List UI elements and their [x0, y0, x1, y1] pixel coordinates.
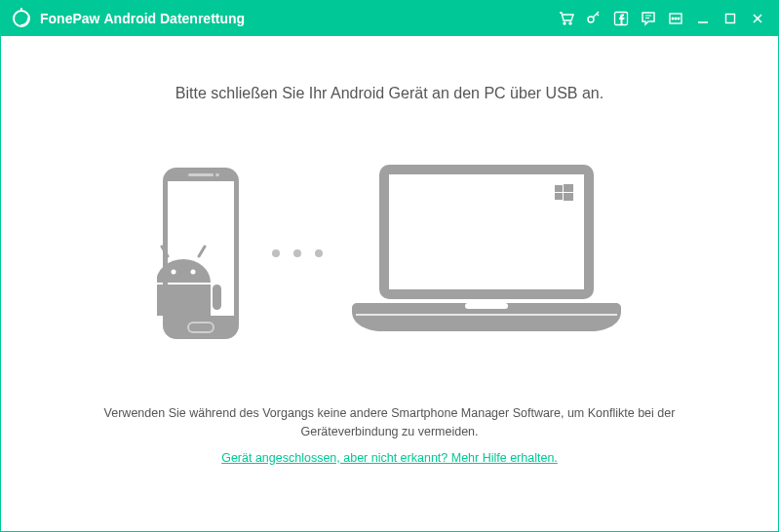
- svg-point-7: [675, 18, 677, 19]
- connection-illustration: [1, 161, 778, 346]
- svg-rect-26: [555, 185, 563, 192]
- svg-point-1: [564, 22, 565, 24]
- svg-rect-28: [555, 193, 563, 200]
- svg-rect-23: [213, 285, 221, 310]
- svg-rect-30: [465, 303, 508, 309]
- minimize-button[interactable]: [690, 6, 716, 31]
- feedback-icon[interactable]: [636, 6, 661, 31]
- laptop-icon: [350, 161, 623, 346]
- facebook-icon[interactable]: [608, 6, 634, 31]
- svg-point-16: [215, 173, 219, 177]
- cart-icon[interactable]: [554, 6, 579, 31]
- svg-point-18: [171, 270, 175, 275]
- instruction-heading: Bitte schließen Sie Ihr Android Gerät an…: [1, 85, 778, 102]
- brand-name: FonePaw: [40, 11, 99, 26]
- titlebar: FonePaw Android Datenrettung: [1, 1, 778, 36]
- connection-dots-icon: [272, 249, 323, 257]
- phone-icon: [157, 166, 245, 341]
- svg-rect-22: [157, 285, 211, 316]
- svg-rect-15: [188, 173, 214, 176]
- warning-text: Verwenden Sie während des Vorgangs keine…: [78, 404, 702, 442]
- product-name: Android Datenrettung: [103, 11, 245, 26]
- app-title: FonePaw Android Datenrettung: [40, 11, 245, 26]
- help-link[interactable]: Gerät angeschlossen, aber nicht erkannt?…: [221, 451, 558, 465]
- svg-point-19: [190, 270, 195, 275]
- svg-point-8: [678, 18, 680, 19]
- close-button[interactable]: [745, 6, 770, 31]
- svg-point-6: [672, 18, 674, 19]
- svg-point-2: [569, 22, 571, 24]
- svg-rect-10: [726, 15, 735, 23]
- svg-rect-27: [564, 184, 573, 192]
- app-logo-icon: [11, 8, 32, 29]
- maximize-button[interactable]: [718, 6, 743, 31]
- svg-rect-29: [564, 193, 573, 201]
- menu-icon[interactable]: [663, 6, 688, 31]
- key-icon[interactable]: [581, 6, 606, 31]
- main-content: Bitte schließen Sie Ihr Android Gerät an…: [1, 36, 778, 531]
